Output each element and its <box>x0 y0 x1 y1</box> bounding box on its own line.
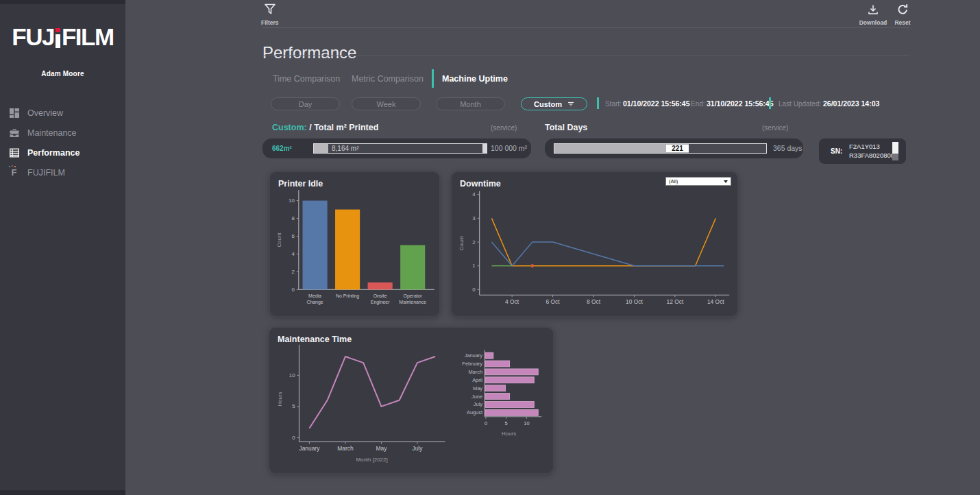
m2-printed-slider: 662m² 8,164 m² 100 000 m² <box>262 138 531 158</box>
reset-label: Reset <box>894 19 910 26</box>
download-button[interactable]: Download <box>859 4 887 26</box>
days-slider-handle[interactable]: 221 <box>666 145 689 152</box>
tab-machine-uptime[interactable]: Machine Uptime <box>442 74 508 84</box>
days-max-value: 365 days <box>773 144 803 152</box>
reset-button[interactable]: Reset <box>892 3 913 26</box>
svg-text:Onsite: Onsite <box>373 293 387 298</box>
sidebar-nav: Overview Maintenance <box>0 103 125 182</box>
m2-max-value: 100 000 m² <box>491 144 527 152</box>
page-title: Performance <box>262 43 356 62</box>
svg-text:5: 5 <box>505 420 508 426</box>
logo-text-prefix: FUJ <box>12 25 54 49</box>
custom-button[interactable]: Custom <box>521 97 587 110</box>
svg-text:0: 0 <box>472 287 476 293</box>
m2-printed-title: Custom: / Total m² Printed <box>272 123 378 132</box>
svg-text:8: 8 <box>291 215 295 221</box>
svg-text:Media: Media <box>308 293 321 298</box>
maintenance-time-card: Maintenance Time 0510JanuaryMarchMayJuly… <box>269 327 554 474</box>
user-name: Adam Moore <box>0 70 125 77</box>
end-label: End: <box>691 100 705 108</box>
sidebar-top-strip <box>0 0 125 4</box>
fujifilm-logo: FUJ FILM <box>0 25 125 49</box>
printer-idle-bar-chart: 0246810CountMediaChangeNo PrintingOnsite… <box>270 172 439 316</box>
svg-text:Maintenance: Maintenance <box>399 300 426 304</box>
custom-button-label: Custom <box>534 100 562 108</box>
m2-scope-label: (service) <box>491 124 517 132</box>
fujifilm-f-icon: F <box>9 167 19 178</box>
total-days-slider: 221 365 days <box>545 138 803 158</box>
svg-text:0: 0 <box>291 287 295 293</box>
svg-text:10: 10 <box>289 197 295 204</box>
total-days-title: Total Days <box>545 123 587 132</box>
tab-time-comparison[interactable]: Time Comparison <box>273 74 340 84</box>
svg-text:4: 4 <box>291 251 295 257</box>
svg-text:2: 2 <box>291 269 294 275</box>
custom-prefix: Custom: <box>272 123 307 132</box>
download-label: Download <box>859 19 887 26</box>
reset-icon <box>897 3 909 18</box>
sidebar-item-fujifilm[interactable]: F FUJIFILM <box>0 162 125 182</box>
days-slider-track[interactable]: 221 <box>554 143 767 154</box>
title-divider <box>262 56 909 56</box>
m2-current-value: 8,164 m² <box>332 145 358 152</box>
last-updated-value: 26/01/2023 14:03 <box>823 99 879 108</box>
svg-text:12 Oct: 12 Oct <box>666 298 683 305</box>
sn-values: F2A1Y013 R33FA80208001 <box>849 143 898 160</box>
download-icon <box>868 4 879 18</box>
sidebar-item-label: Overview <box>27 108 63 118</box>
sidebar: FUJ FILM Adam Moore Overview Maintena <box>0 0 125 495</box>
sn-scrollbar[interactable] <box>892 142 898 160</box>
tab-metric-comparison[interactable]: Metric Comparison <box>352 74 424 84</box>
day-button[interactable]: Day <box>271 97 340 110</box>
svg-text:No Printing: No Printing <box>336 293 359 299</box>
svg-text:10: 10 <box>524 420 529 426</box>
logo-red-dot-i <box>56 28 60 48</box>
sidebar-item-label: Maintenance <box>27 128 77 138</box>
sn-value-1: F2A1Y013 <box>849 143 898 152</box>
svg-text:March: March <box>468 369 482 375</box>
sn-value-2: R33FA80208001 <box>849 152 898 160</box>
svg-text:6 Oct: 6 Oct <box>546 298 561 305</box>
sn-scrollbar-thumb[interactable] <box>892 142 898 154</box>
days-scope-label: (service) <box>762 124 788 132</box>
svg-text:3: 3 <box>472 215 476 221</box>
sidebar-bottom-strip <box>0 490 125 495</box>
svg-text:1: 1 <box>472 263 476 269</box>
maintenance-by-month-bar-chart: JanuaryFebruaryMarchAprilMayJuneJulyAugu… <box>269 328 553 473</box>
updated-separator-bar <box>769 97 771 109</box>
briefcase-icon <box>9 128 19 138</box>
sidebar-item-maintenance[interactable]: Maintenance <box>0 123 125 143</box>
svg-text:Operator: Operator <box>404 293 423 299</box>
filter-lines-icon <box>567 100 574 108</box>
m2-slider-track[interactable]: 8,164 m² <box>313 143 487 154</box>
toolbar-divider <box>262 27 909 28</box>
downtime-line-chart: 012344 Oct6 Oct8 Oct10 Oct12 Oct14 OctCo… <box>452 172 737 316</box>
svg-text:Count: Count <box>458 236 465 251</box>
svg-text:8 Oct: 8 Oct <box>587 298 601 305</box>
date-separator-bar <box>597 97 599 109</box>
end-value: 31/10/2022 15:56:45 <box>707 99 774 108</box>
svg-text:July: July <box>474 401 482 407</box>
svg-text:April: April <box>472 377 482 383</box>
sidebar-item-overview[interactable]: Overview <box>0 103 125 123</box>
svg-text:4 Oct: 4 Oct <box>505 298 519 305</box>
svg-text:10 Oct: 10 Oct <box>626 298 643 305</box>
filters-button[interactable]: Filters <box>261 3 279 26</box>
start-label: Start: <box>605 100 622 108</box>
svg-text:6: 6 <box>291 233 295 239</box>
downtime-card: Downtime (All) 012344 Oct6 Oct8 Oct10 Oc… <box>451 171 738 317</box>
sn-label: SN: <box>831 147 842 155</box>
svg-text:Hours: Hours <box>502 431 516 437</box>
m2-min-value: 662m² <box>272 145 292 152</box>
m2-slider-handle[interactable] <box>482 144 487 153</box>
printer-idle-card: Printer Idle 0246810CountMediaChangeNo P… <box>269 171 440 317</box>
svg-text:2: 2 <box>472 239 475 245</box>
month-button[interactable]: Month <box>436 97 505 110</box>
sidebar-item-label: FUJIFILM <box>27 168 65 178</box>
svg-text:Engineer: Engineer <box>371 300 390 305</box>
filter-funnel-icon <box>264 3 276 18</box>
svg-text:Change: Change <box>306 300 323 305</box>
sidebar-item-performance[interactable]: Performance <box>0 143 125 162</box>
filters-label: Filters <box>261 19 279 26</box>
week-button[interactable]: Week <box>352 97 421 110</box>
